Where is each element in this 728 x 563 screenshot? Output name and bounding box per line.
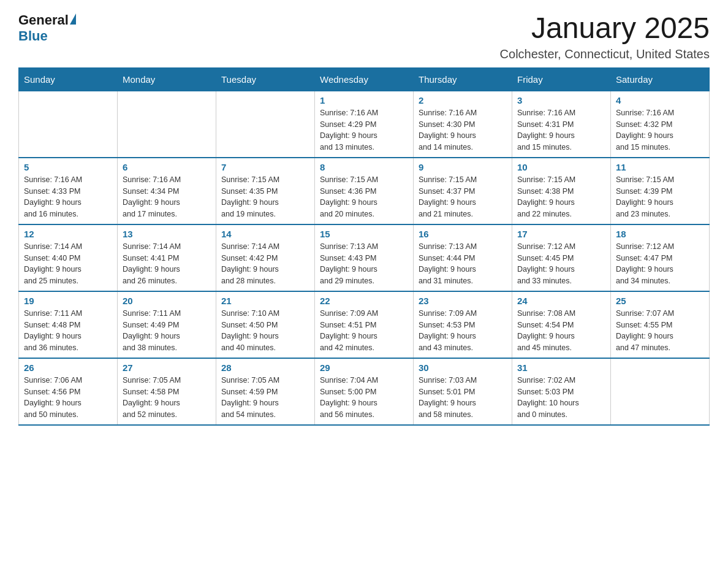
day-number: 18	[616, 229, 704, 239]
day-number: 19	[24, 296, 112, 306]
day-number: 25	[616, 296, 704, 306]
day-info: Sunrise: 7:10 AM Sunset: 4:50 PM Dayligh…	[221, 308, 309, 354]
day-number: 5	[24, 162, 112, 172]
day-info: Sunrise: 7:11 AM Sunset: 4:48 PM Dayligh…	[24, 308, 112, 354]
day-info: Sunrise: 7:03 AM Sunset: 5:01 PM Dayligh…	[419, 375, 507, 421]
day-number: 14	[221, 229, 309, 239]
calendar-cell: 20Sunrise: 7:11 AM Sunset: 4:49 PM Dayli…	[118, 291, 216, 358]
day-info: Sunrise: 7:13 AM Sunset: 4:44 PM Dayligh…	[419, 241, 507, 287]
calendar-cell: 30Sunrise: 7:03 AM Sunset: 5:01 PM Dayli…	[414, 358, 512, 425]
day-number: 7	[221, 162, 309, 172]
day-info: Sunrise: 7:05 AM Sunset: 4:58 PM Dayligh…	[123, 375, 211, 421]
page-subtitle: Colchester, Connecticut, United States	[500, 47, 710, 61]
day-info: Sunrise: 7:11 AM Sunset: 4:49 PM Dayligh…	[123, 308, 211, 354]
day-info: Sunrise: 7:16 AM Sunset: 4:30 PM Dayligh…	[419, 107, 507, 153]
day-info: Sunrise: 7:15 AM Sunset: 4:37 PM Dayligh…	[419, 174, 507, 220]
calendar-cell: 7Sunrise: 7:15 AM Sunset: 4:35 PM Daylig…	[216, 158, 315, 224]
day-number: 30	[419, 362, 507, 373]
day-info: Sunrise: 7:13 AM Sunset: 4:43 PM Dayligh…	[320, 241, 408, 287]
logo: General Blue	[18, 12, 76, 44]
calendar-body: 1Sunrise: 7:16 AM Sunset: 4:29 PM Daylig…	[19, 91, 710, 425]
day-number: 21	[221, 296, 309, 306]
day-number: 6	[123, 162, 211, 172]
logo-triangle-icon	[70, 13, 76, 25]
calendar-cell: 13Sunrise: 7:14 AM Sunset: 4:41 PM Dayli…	[118, 224, 216, 291]
day-number: 26	[24, 362, 112, 373]
calendar-cell: 23Sunrise: 7:09 AM Sunset: 4:53 PM Dayli…	[414, 291, 512, 358]
calendar-cell: 12Sunrise: 7:14 AM Sunset: 4:40 PM Dayli…	[19, 224, 118, 291]
weekday-header-tuesday: Tuesday	[216, 67, 315, 91]
day-info: Sunrise: 7:05 AM Sunset: 4:59 PM Dayligh…	[221, 375, 309, 421]
calendar-week-row: 5Sunrise: 7:16 AM Sunset: 4:33 PM Daylig…	[19, 158, 710, 224]
day-number: 8	[320, 162, 408, 172]
calendar-cell	[118, 91, 216, 158]
calendar-cell: 29Sunrise: 7:04 AM Sunset: 5:00 PM Dayli…	[315, 358, 414, 425]
calendar-cell: 31Sunrise: 7:02 AM Sunset: 5:03 PM Dayli…	[512, 358, 611, 425]
calendar-week-row: 12Sunrise: 7:14 AM Sunset: 4:40 PM Dayli…	[19, 224, 710, 291]
day-number: 27	[123, 362, 211, 373]
day-number: 15	[320, 229, 408, 239]
calendar-cell	[216, 91, 315, 158]
calendar-cell: 21Sunrise: 7:10 AM Sunset: 4:50 PM Dayli…	[216, 291, 315, 358]
day-info: Sunrise: 7:15 AM Sunset: 4:39 PM Dayligh…	[616, 174, 704, 220]
day-info: Sunrise: 7:16 AM Sunset: 4:33 PM Dayligh…	[24, 174, 112, 220]
day-info: Sunrise: 7:08 AM Sunset: 4:54 PM Dayligh…	[517, 308, 605, 354]
day-info: Sunrise: 7:12 AM Sunset: 4:47 PM Dayligh…	[616, 241, 704, 287]
day-number: 1	[320, 95, 408, 105]
calendar-cell	[19, 91, 118, 158]
day-number: 9	[419, 162, 507, 172]
day-info: Sunrise: 7:06 AM Sunset: 4:56 PM Dayligh…	[24, 375, 112, 421]
day-number: 23	[419, 296, 507, 306]
day-info: Sunrise: 7:14 AM Sunset: 4:40 PM Dayligh…	[24, 241, 112, 287]
calendar-cell: 9Sunrise: 7:15 AM Sunset: 4:37 PM Daylig…	[414, 158, 512, 224]
calendar-cell: 19Sunrise: 7:11 AM Sunset: 4:48 PM Dayli…	[19, 291, 118, 358]
calendar-cell: 15Sunrise: 7:13 AM Sunset: 4:43 PM Dayli…	[315, 224, 414, 291]
day-info: Sunrise: 7:14 AM Sunset: 4:41 PM Dayligh…	[123, 241, 211, 287]
weekday-header-saturday: Saturday	[611, 67, 710, 91]
day-number: 4	[616, 95, 704, 105]
page-title: January 2025	[500, 12, 710, 45]
calendar-cell: 18Sunrise: 7:12 AM Sunset: 4:47 PM Dayli…	[611, 224, 710, 291]
calendar-cell: 27Sunrise: 7:05 AM Sunset: 4:58 PM Dayli…	[118, 358, 216, 425]
calendar-cell: 5Sunrise: 7:16 AM Sunset: 4:33 PM Daylig…	[19, 158, 118, 224]
day-number: 11	[616, 162, 704, 172]
calendar-week-row: 19Sunrise: 7:11 AM Sunset: 4:48 PM Dayli…	[19, 291, 710, 358]
logo-blue-text: Blue	[18, 28, 48, 44]
day-info: Sunrise: 7:04 AM Sunset: 5:00 PM Dayligh…	[320, 375, 408, 421]
calendar-cell	[611, 358, 710, 425]
day-info: Sunrise: 7:14 AM Sunset: 4:42 PM Dayligh…	[221, 241, 309, 287]
calendar-cell: 8Sunrise: 7:15 AM Sunset: 4:36 PM Daylig…	[315, 158, 414, 224]
day-info: Sunrise: 7:16 AM Sunset: 4:29 PM Dayligh…	[320, 107, 408, 153]
day-number: 28	[221, 362, 309, 373]
weekday-header-monday: Monday	[118, 67, 216, 91]
day-info: Sunrise: 7:15 AM Sunset: 4:35 PM Dayligh…	[221, 174, 309, 220]
calendar-cell: 16Sunrise: 7:13 AM Sunset: 4:44 PM Dayli…	[414, 224, 512, 291]
calendar-cell: 28Sunrise: 7:05 AM Sunset: 4:59 PM Dayli…	[216, 358, 315, 425]
day-info: Sunrise: 7:16 AM Sunset: 4:31 PM Dayligh…	[517, 107, 605, 153]
day-number: 16	[419, 229, 507, 239]
weekday-header-sunday: Sunday	[19, 67, 118, 91]
day-number: 13	[123, 229, 211, 239]
day-number: 2	[419, 95, 507, 105]
calendar-cell: 14Sunrise: 7:14 AM Sunset: 4:42 PM Dayli…	[216, 224, 315, 291]
day-info: Sunrise: 7:16 AM Sunset: 4:34 PM Dayligh…	[123, 174, 211, 220]
calendar-cell: 4Sunrise: 7:16 AM Sunset: 4:32 PM Daylig…	[611, 91, 710, 158]
day-number: 17	[517, 229, 605, 239]
day-info: Sunrise: 7:07 AM Sunset: 4:55 PM Dayligh…	[616, 308, 704, 354]
day-number: 3	[517, 95, 605, 105]
day-info: Sunrise: 7:16 AM Sunset: 4:32 PM Dayligh…	[616, 107, 704, 153]
page-header: General Blue January 2025 Colchester, Co…	[18, 12, 710, 61]
day-info: Sunrise: 7:15 AM Sunset: 4:36 PM Dayligh…	[320, 174, 408, 220]
day-info: Sunrise: 7:12 AM Sunset: 4:45 PM Dayligh…	[517, 241, 605, 287]
calendar-cell: 10Sunrise: 7:15 AM Sunset: 4:38 PM Dayli…	[512, 158, 611, 224]
day-info: Sunrise: 7:09 AM Sunset: 4:53 PM Dayligh…	[419, 308, 507, 354]
calendar-cell: 22Sunrise: 7:09 AM Sunset: 4:51 PM Dayli…	[315, 291, 414, 358]
calendar-cell: 6Sunrise: 7:16 AM Sunset: 4:34 PM Daylig…	[118, 158, 216, 224]
weekday-header-thursday: Thursday	[414, 67, 512, 91]
day-number: 10	[517, 162, 605, 172]
calendar-cell: 26Sunrise: 7:06 AM Sunset: 4:56 PM Dayli…	[19, 358, 118, 425]
day-info: Sunrise: 7:09 AM Sunset: 4:51 PM Dayligh…	[320, 308, 408, 354]
day-number: 31	[517, 362, 605, 373]
calendar-cell: 11Sunrise: 7:15 AM Sunset: 4:39 PM Dayli…	[611, 158, 710, 224]
calendar-header: SundayMondayTuesdayWednesdayThursdayFrid…	[19, 67, 710, 91]
